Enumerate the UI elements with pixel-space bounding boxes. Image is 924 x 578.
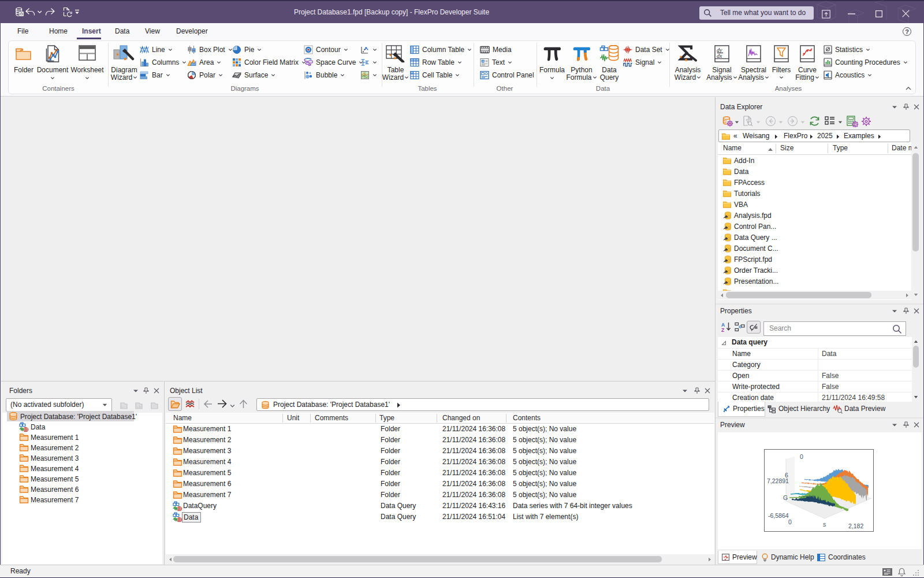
- svg-text:s: s: [823, 521, 826, 528]
- svg-text:Z: Z: [721, 327, 724, 332]
- svg-text:0: 0: [800, 453, 803, 460]
- svg-text:-6,5864: -6,5864: [768, 512, 789, 519]
- svg-text:G: G: [783, 494, 788, 501]
- svg-text:dy: dy: [717, 47, 722, 53]
- svg-text:7,22891: 7,22891: [767, 477, 789, 484]
- svg-text:A: A: [482, 60, 485, 63]
- svg-text:0: 0: [788, 518, 792, 525]
- svg-text:dx: dx: [717, 53, 722, 59]
- svg-text:2,182: 2,182: [848, 523, 863, 529]
